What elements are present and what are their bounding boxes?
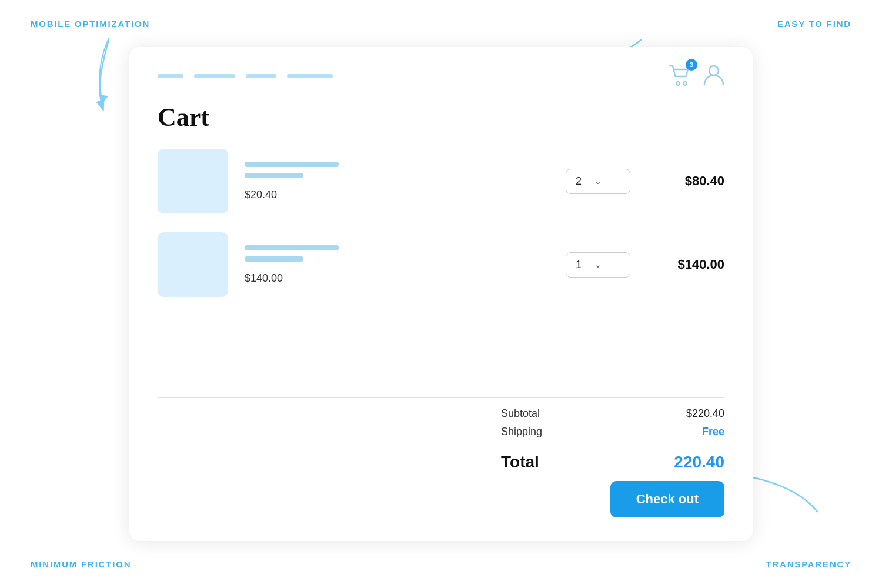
svg-point-2 [683, 82, 687, 85]
table-row: $140.00 1 ⌄ $140.00 [158, 232, 724, 304]
checkout-section: Check out [158, 481, 724, 517]
divider-top [158, 397, 724, 398]
cart-title: Cart [158, 102, 724, 132]
top-right-label: EASY TO FIND [777, 19, 851, 29]
qty-value-2: 1 [576, 259, 582, 271]
bottom-right-label: TRANSPARENCY [766, 559, 852, 569]
nav-bar: 3 [158, 64, 724, 88]
chevron-down-icon: ⌄ [594, 260, 602, 269]
cart-badge: 3 [686, 59, 697, 71]
total-value: 220.40 [674, 453, 724, 472]
nav-icons: 3 [668, 64, 724, 88]
bottom-left-label: MINIMUM FRICTION [31, 559, 131, 569]
nav-line-4 [287, 74, 333, 78]
product-image-2 [158, 232, 228, 297]
item-qty-col-1: 2 ⌄ [554, 169, 642, 194]
subtotal-row: Subtotal $220.40 [501, 407, 724, 420]
divider-bottom [501, 450, 724, 451]
svg-marker-0 [99, 95, 108, 103]
cart-items-list: $20.40 2 ⌄ $80.40 $140.00 [158, 149, 724, 391]
shipping-value: Free [702, 426, 724, 438]
item-unit-price-2: $140.00 [245, 272, 554, 285]
user-icon[interactable] [703, 64, 724, 88]
subtotal-label: Subtotal [501, 407, 540, 420]
nav-lines [158, 74, 333, 78]
item-total-2: $140.00 [642, 257, 724, 272]
svg-point-1 [676, 82, 680, 85]
item-name-line-1 [245, 162, 339, 167]
item-unit-price-1: $20.40 [245, 189, 554, 201]
cart-icon-button[interactable]: 3 [668, 64, 691, 88]
order-summary: Subtotal $220.40 Shipping Free [158, 407, 724, 438]
qty-value-1: 2 [576, 175, 582, 188]
nav-line-2 [194, 74, 235, 78]
item-desc-line-1 [245, 173, 303, 178]
qty-dropdown-1[interactable]: 2 ⌄ [566, 169, 630, 194]
cart-card: 3 Cart $20.40 [129, 47, 753, 541]
item-qty-col-2: 1 ⌄ [554, 252, 642, 278]
item-name-line-2 [245, 245, 339, 250]
item-details-2: $140.00 [245, 245, 554, 285]
subtotal-value: $220.40 [686, 407, 724, 420]
product-image-1 [158, 149, 228, 213]
nav-line-3 [246, 74, 276, 78]
total-section: Total 220.40 [158, 453, 724, 481]
shipping-row: Shipping Free [501, 426, 724, 438]
svg-point-3 [709, 66, 719, 75]
shipping-label: Shipping [501, 426, 542, 438]
top-left-label: MOBILE OPTIMIZATION [31, 19, 150, 29]
total-label: Total [501, 453, 539, 472]
item-desc-line-2 [245, 256, 303, 262]
nav-line-1 [158, 74, 183, 78]
total-row: Total 220.40 [501, 453, 724, 472]
checkout-button[interactable]: Check out [610, 481, 724, 517]
item-total-1: $80.40 [642, 173, 724, 189]
chevron-down-icon: ⌄ [594, 176, 602, 186]
item-details-1: $20.40 [245, 162, 554, 201]
qty-dropdown-2[interactable]: 1 ⌄ [566, 252, 630, 278]
table-row: $20.40 2 ⌄ $80.40 [158, 149, 724, 220]
